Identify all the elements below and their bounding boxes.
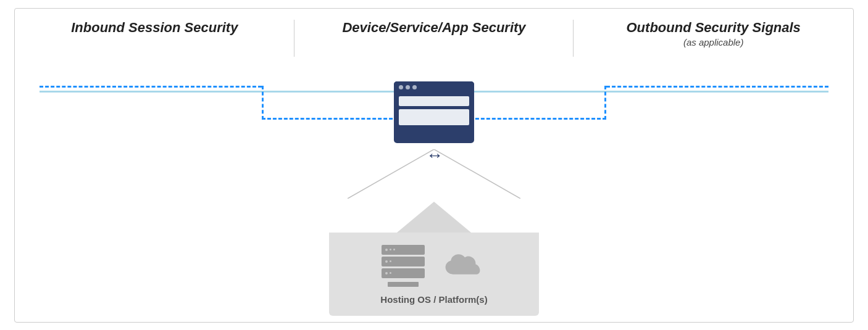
trapezoid-shape xyxy=(397,202,471,233)
window-titlebar xyxy=(394,81,474,93)
server-base xyxy=(388,282,419,287)
window-box xyxy=(394,81,474,143)
header-col-inbound: Inbound Session Security xyxy=(15,20,294,47)
double-arrow-icon: ↔ xyxy=(426,146,442,165)
platform-box: Hosting OS / Platform(s) xyxy=(329,233,539,316)
app-window-icon: ↔ xyxy=(394,81,474,165)
platform-container: Hosting OS / Platform(s) xyxy=(329,202,539,316)
server-dot-6 xyxy=(385,272,388,274)
dashed-bottom-left xyxy=(262,118,404,120)
server-unit-3 xyxy=(382,268,425,278)
server-dot-4 xyxy=(385,260,388,263)
server-dot-1 xyxy=(385,249,388,251)
dashed-right-side xyxy=(604,86,606,120)
window-row-1 xyxy=(399,96,469,106)
dashed-left-side xyxy=(262,86,264,120)
window-dot-2 xyxy=(406,85,410,89)
cloud-icon xyxy=(443,252,486,279)
server-dot-2 xyxy=(390,249,391,250)
diagram-container: Inbound Session Security Device/Service/… xyxy=(14,8,854,323)
window-content xyxy=(394,93,474,128)
dashed-top-right xyxy=(606,86,828,88)
platform-label: Hosting OS / Platform(s) xyxy=(380,294,487,305)
server-dot-3 xyxy=(393,249,395,250)
server-dot-5 xyxy=(390,260,391,262)
window-row-2 xyxy=(399,109,469,125)
outbound-security-signals-subtitle: (as applicable) xyxy=(586,37,841,47)
server-unit-2 xyxy=(382,257,425,266)
outbound-security-signals-title: Outbound Security Signals xyxy=(586,20,841,36)
dashed-top-left xyxy=(40,86,262,88)
window-dot-1 xyxy=(399,85,403,89)
double-arrow-container: ↔ xyxy=(394,146,474,165)
header-col-outbound: Outbound Security Signals (as applicable… xyxy=(574,20,853,47)
cloud-svg xyxy=(443,252,486,281)
header-col-device: Device/Service/App Security xyxy=(294,20,574,47)
dashed-bottom-right xyxy=(464,118,606,120)
device-service-app-security-title: Device/Service/App Security xyxy=(307,20,562,36)
window-dot-3 xyxy=(412,85,417,89)
platform-icons xyxy=(382,245,486,287)
inbound-session-security-title: Inbound Session Security xyxy=(27,20,282,36)
server-dot-7 xyxy=(390,272,391,274)
server-stack-icon xyxy=(382,245,425,287)
server-unit-1 xyxy=(382,245,425,255)
headers-row: Inbound Session Security Device/Service/… xyxy=(15,9,853,47)
